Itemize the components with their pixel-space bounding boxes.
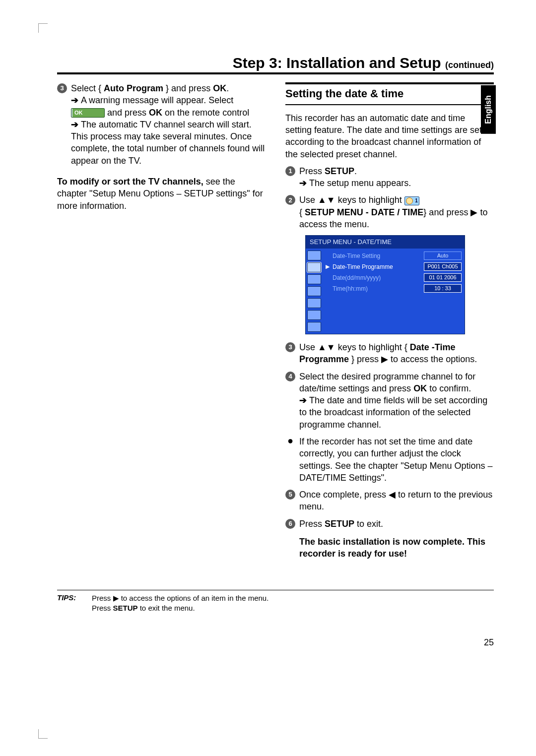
language-tab: English: [481, 85, 496, 134]
tips-line-2: Press SETUP to exit the menu.: [92, 603, 494, 613]
setup-label: SETUP: [113, 604, 138, 612]
text: } press ▶ to access the options.: [349, 354, 477, 364]
step-number-3: 3: [285, 342, 295, 352]
osd-row-selected: ▶ Date-Time Programme P001 Ch005: [326, 261, 462, 272]
text: to exit.: [354, 519, 383, 529]
osd-row-label: Date(dd/mm/yyyy): [333, 274, 421, 282]
result-arrow-icon: ➔: [71, 95, 81, 105]
auto-program-label: Auto Program: [104, 83, 163, 93]
osd-icon: [307, 251, 321, 260]
ok-label: OK: [213, 83, 226, 93]
right-step-4: 4 Select the desired programme channel t…: [285, 371, 494, 431]
modify-channels-note: To modify or sort the TV channels, see t…: [57, 176, 266, 212]
step-number-1: 1: [285, 166, 295, 176]
tips-label: TIPS:: [57, 593, 92, 614]
closing-statement: The basic installation is now complete. …: [299, 537, 485, 559]
text: Press: [299, 519, 325, 529]
bullet-icon: ●: [285, 436, 295, 445]
osd-pointer-icon: ▶: [326, 263, 330, 270]
intro-paragraph: This recorder has an automatic date and …: [285, 112, 494, 160]
page-number: 25: [484, 637, 494, 648]
ok-label: OK: [149, 108, 162, 118]
text: If the recorder has not set the time and…: [299, 436, 494, 484]
tips-line-1: Press ▶ to access the options of an item…: [92, 593, 494, 603]
text: A warning message will appear. Select: [81, 95, 233, 105]
left-column: 3 Select { Auto Program } and press OK. …: [57, 82, 266, 570]
crop-mark-top-left: [38, 23, 48, 33]
result-arrow-icon: ➔: [299, 178, 309, 188]
modify-channels-heading: To modify or sort the TV channels,: [57, 177, 203, 187]
right-step-1: 1 Press SETUP. ➔ The setup menu appears.: [285, 165, 494, 189]
step-number-6: 6: [285, 519, 295, 529]
text: {: [299, 207, 305, 217]
result-arrow-icon: ➔: [299, 395, 309, 405]
osd-icon: [307, 298, 321, 308]
osd-icon: [307, 274, 321, 284]
text: to exit the menu.: [138, 604, 195, 612]
text: The date and time fields will be set acc…: [299, 395, 487, 430]
osd-row-label: Time(hh:mm): [333, 285, 421, 293]
right-step-5: 5 Once complete, press ◀ to return to th…: [285, 489, 494, 513]
osd-row-label: Date-Time Setting: [333, 252, 421, 260]
step-number-5: 5: [285, 490, 295, 500]
osd-rows: Date-Time Setting Auto ▶ Date-Time Progr…: [323, 249, 465, 334]
osd-row-value: 01 01 2006: [424, 273, 462, 282]
osd-title: SETUP MENU - DATE/TIME: [306, 236, 465, 249]
onscreen-ok-button-icon: OK: [71, 108, 105, 118]
osd-row: Time(hh:mm) 10 : 33: [326, 283, 462, 294]
osd-row-value: 10 : 33: [424, 284, 462, 293]
osd-row: Date-Time Setting Auto: [326, 251, 462, 261]
text: The setup menu appears.: [309, 178, 411, 188]
osd-row-value: P001 Ch005: [424, 262, 462, 271]
text: .: [226, 83, 229, 93]
page-title: Step 3: Installation and Setup (continue…: [57, 55, 494, 74]
osd-row: Date(dd/mm/yyyy) 01 01 2006: [326, 272, 462, 283]
text: Select {: [71, 83, 104, 93]
osd-icon: [307, 322, 321, 332]
title-main: Step 3: Installation and Setup: [233, 55, 445, 71]
tips-footer: TIPS: Press ▶ to access the options of a…: [57, 590, 494, 614]
right-note-bullet: ● If the recorder has not set the time a…: [285, 436, 494, 484]
osd-screenshot: SETUP MENU - DATE/TIME Da: [305, 235, 465, 334]
step-number-2: 2: [285, 195, 295, 205]
text: on the remote control: [162, 108, 249, 118]
text: Use ▲▼ keys to highlight: [299, 195, 404, 205]
left-step-3: 3 Select { Auto Program } and press OK. …: [57, 82, 266, 167]
step-number-4: 4: [285, 372, 295, 381]
osd-sidebar-icons: [306, 249, 323, 334]
text: Once complete, press ◀ to return to the …: [299, 489, 494, 513]
setup-label: SETUP: [325, 166, 354, 176]
osd-icon: [307, 310, 321, 320]
osd-icon: [307, 286, 321, 296]
setup-label: SETUP: [325, 519, 354, 529]
text: Use ▲▼ keys to highlight {: [299, 342, 410, 352]
osd-icon-selected: [307, 262, 321, 272]
setup-menu-date-time-label: SETUP MENU - DATE / TIME: [305, 207, 423, 217]
right-step-2: 2 Use ▲▼ keys to highlight { SETUP MENU …: [285, 194, 494, 230]
right-step-3: 3 Use ▲▼ keys to highlight { Date -Time …: [285, 341, 494, 366]
date-time-menu-icon: [404, 196, 419, 205]
right-column: Setting the date & time This recorder ha…: [285, 82, 494, 570]
right-step-6: 6 Press SETUP to exit. The basic install…: [285, 518, 494, 565]
ok-label: OK: [413, 383, 427, 393]
section-heading: Setting the date & time: [285, 86, 494, 102]
section-heading-rule: Setting the date & time: [285, 82, 494, 105]
step-number-3: 3: [57, 83, 67, 93]
text: and press: [105, 108, 149, 118]
page-content: Step 3: Installation and Setup (continue…: [57, 55, 494, 613]
text: } and press: [163, 83, 213, 93]
text: Press: [299, 166, 325, 176]
result-arrow-icon: ➔: [71, 120, 81, 129]
text: to confirm.: [427, 383, 471, 393]
text: Press: [92, 604, 113, 612]
osd-row-value: Auto: [424, 252, 462, 260]
crop-mark-bottom-left: [38, 729, 48, 739]
title-continued: (continued): [445, 60, 494, 70]
osd-row-label: Date-Time Programme: [333, 263, 421, 271]
text: The automatic TV channel search will sta…: [71, 120, 265, 166]
text: .: [354, 166, 357, 176]
